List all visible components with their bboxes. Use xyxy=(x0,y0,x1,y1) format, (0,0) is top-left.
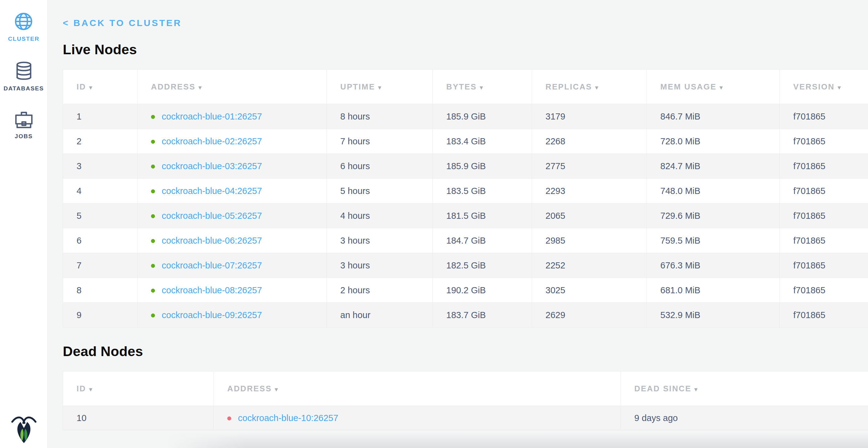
live-node-cell-replicas: 2065 xyxy=(532,204,647,228)
sidebar-item-label: CLUSTER xyxy=(8,35,39,42)
live-node-cell-replicas: 2252 xyxy=(532,253,647,278)
live-node-cell-version: f701865 xyxy=(780,104,868,129)
node-status-dot xyxy=(151,264,155,268)
live-node-table-row: 7cockroach-blue-07:262573 hours182.5 GiB… xyxy=(63,253,868,278)
dead-node-column-header-address[interactable]: ADDRESS▾ xyxy=(214,371,621,406)
live-node-cell-version: f701865 xyxy=(780,204,868,228)
sort-arrow-icon: ▾ xyxy=(720,84,723,91)
node-address-link[interactable]: cockroach-blue-02:26257 xyxy=(162,137,262,146)
node-address-link[interactable]: cockroach-blue-01:26257 xyxy=(162,112,262,121)
node-address-link[interactable]: cockroach-blue-03:26257 xyxy=(162,161,262,171)
live-node-cell-bytes: 183.4 GiB xyxy=(433,129,532,154)
live-node-cell-mem_usage: 676.3 MiB xyxy=(647,253,780,278)
live-node-cell-address: cockroach-blue-07:26257 xyxy=(137,253,327,278)
live-node-cell-id: 5 xyxy=(63,204,137,228)
node-address-link[interactable]: cockroach-blue-10:26257 xyxy=(238,413,338,423)
dead-node-column-header-dead_since[interactable]: DEAD SINCE▾ xyxy=(621,371,868,406)
live-node-column-header-id[interactable]: ID▾ xyxy=(63,69,137,104)
live-node-table-row: 9cockroach-blue-09:26257an hour183.7 GiB… xyxy=(63,303,868,328)
sidebar-item-cluster[interactable]: CLUSTER xyxy=(8,12,39,42)
node-address-link[interactable]: cockroach-blue-05:26257 xyxy=(162,211,262,221)
live-node-cell-bytes: 182.5 GiB xyxy=(433,253,532,278)
live-node-cell-id: 4 xyxy=(63,179,137,204)
sort-arrow-icon: ▾ xyxy=(89,84,93,91)
live-node-cell-bytes: 183.5 GiB xyxy=(433,179,532,204)
live-node-column-header-address[interactable]: ADDRESS▾ xyxy=(137,69,327,104)
briefcase-icon xyxy=(14,111,33,129)
node-address-link[interactable]: cockroach-blue-04:26257 xyxy=(162,186,262,196)
node-status-dot xyxy=(151,115,155,119)
column-header-label: ADDRESS xyxy=(227,384,272,393)
sidebar-nav: CLUSTER DATABASES xyxy=(0,0,48,159)
live-node-cell-replicas: 2775 xyxy=(532,154,647,179)
live-node-cell-address: cockroach-blue-04:26257 xyxy=(137,179,327,204)
live-node-table-row: 6cockroach-blue-06:262573 hours184.7 GiB… xyxy=(63,228,868,253)
cockroachdb-logo xyxy=(10,414,37,444)
window-bottom-shadow xyxy=(165,432,868,448)
live-node-table-row: 8cockroach-blue-08:262572 hours190.2 GiB… xyxy=(63,278,868,303)
column-header-label: ID xyxy=(76,82,86,91)
live-node-column-header-version[interactable]: VERSION▾ xyxy=(780,69,868,104)
live-node-cell-address: cockroach-blue-06:26257 xyxy=(137,228,327,253)
live-node-cell-replicas: 3179 xyxy=(532,104,647,129)
column-header-label: VERSION xyxy=(793,82,835,91)
live-node-cell-address: cockroach-blue-05:26257 xyxy=(137,204,327,228)
live-node-cell-mem_usage: 681.0 MiB xyxy=(647,278,780,303)
node-address-link[interactable]: cockroach-blue-08:26257 xyxy=(162,285,262,295)
dead-node-column-header-id[interactable]: ID▾ xyxy=(63,371,214,406)
live-node-column-header-replicas[interactable]: REPLICAS▾ xyxy=(532,69,647,104)
column-header-label: DEAD SINCE xyxy=(634,384,691,393)
live-node-column-header-mem_usage[interactable]: MEM USAGE▾ xyxy=(647,69,780,104)
live-node-cell-mem_usage: 748.0 MiB xyxy=(647,179,780,204)
column-header-label: ID xyxy=(76,384,86,393)
sort-arrow-icon: ▾ xyxy=(89,386,93,392)
node-address-link[interactable]: cockroach-blue-06:26257 xyxy=(162,236,262,245)
live-node-cell-id: 7 xyxy=(63,253,137,278)
live-node-cell-bytes: 183.7 GiB xyxy=(433,303,532,328)
live-node-cell-version: f701865 xyxy=(780,179,868,204)
globe-icon xyxy=(14,12,33,31)
live-node-cell-address: cockroach-blue-02:26257 xyxy=(137,129,327,154)
sidebar: CLUSTER DATABASES xyxy=(0,0,48,448)
live-node-cell-uptime: 3 hours xyxy=(327,228,433,253)
column-header-label: UPTIME xyxy=(340,82,375,91)
live-node-cell-replicas: 2268 xyxy=(532,129,647,154)
live-node-column-header-bytes[interactable]: BYTES▾ xyxy=(433,69,532,104)
live-node-cell-uptime: 2 hours xyxy=(327,278,433,303)
live-node-cell-version: f701865 xyxy=(780,253,868,278)
database-icon xyxy=(15,61,33,81)
live-node-cell-replicas: 2629 xyxy=(532,303,647,328)
live-node-cell-bytes: 184.7 GiB xyxy=(433,228,532,253)
live-node-cell-uptime: an hour xyxy=(327,303,433,328)
node-status-dot xyxy=(151,289,155,293)
sidebar-item-databases[interactable]: DATABASES xyxy=(4,61,44,92)
back-to-cluster-link[interactable]: < BACK TO CLUSTER xyxy=(63,18,182,28)
live-node-cell-id: 3 xyxy=(63,154,137,179)
node-address-link[interactable]: cockroach-blue-07:26257 xyxy=(162,261,262,270)
sort-arrow-icon: ▾ xyxy=(378,84,382,91)
dead-node-cell-dead_since: 9 days ago xyxy=(621,406,868,430)
live-node-cell-bytes: 190.2 GiB xyxy=(433,278,532,303)
live-node-cell-version: f701865 xyxy=(780,154,868,179)
live-node-cell-uptime: 3 hours xyxy=(327,253,433,278)
live-node-cell-address: cockroach-blue-09:26257 xyxy=(137,303,327,328)
node-address-link[interactable]: cockroach-blue-09:26257 xyxy=(162,310,262,320)
live-node-cell-address: cockroach-blue-03:26257 xyxy=(137,154,327,179)
live-node-cell-uptime: 5 hours xyxy=(327,179,433,204)
live-nodes-title: Live Nodes xyxy=(63,42,868,58)
live-nodes-table-body: 1cockroach-blue-01:262578 hours185.9 GiB… xyxy=(63,104,868,328)
sort-arrow-icon: ▾ xyxy=(480,84,484,91)
node-status-dot xyxy=(227,416,231,420)
live-node-cell-replicas: 3025 xyxy=(532,278,647,303)
live-node-cell-uptime: 8 hours xyxy=(327,104,433,129)
sidebar-item-label: DATABASES xyxy=(4,85,44,92)
node-status-dot xyxy=(151,313,155,318)
live-node-column-header-uptime[interactable]: UPTIME▾ xyxy=(327,69,433,104)
node-status-dot xyxy=(151,140,155,144)
sidebar-item-label: JOBS xyxy=(15,133,33,140)
live-node-cell-replicas: 2985 xyxy=(532,228,647,253)
sort-arrow-icon: ▾ xyxy=(694,386,698,392)
sidebar-item-jobs[interactable]: JOBS xyxy=(14,111,33,140)
live-node-cell-uptime: 7 hours xyxy=(327,129,433,154)
sort-arrow-icon: ▾ xyxy=(595,84,599,91)
